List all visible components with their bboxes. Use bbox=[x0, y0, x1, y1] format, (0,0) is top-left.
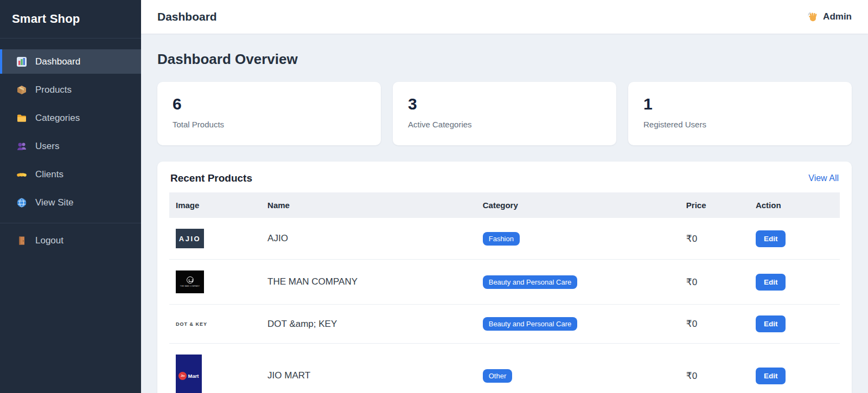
sidebar-item-view-site[interactable]: View Site bbox=[0, 190, 141, 215]
column-header-name: Name bbox=[261, 192, 476, 218]
panel-header: Recent Products View All bbox=[169, 172, 840, 184]
content: Dashboard Overview 6 Total Products 3 Ac… bbox=[141, 34, 868, 393]
sidebar-nav: Dashboard Products Categories bbox=[0, 38, 141, 256]
category-badge: Beauty and Personal Care bbox=[483, 275, 577, 289]
category-badge: Other bbox=[483, 369, 513, 383]
stat-card-active-categories: 3 Active Categories bbox=[393, 82, 616, 145]
column-header-price: Price bbox=[680, 192, 749, 218]
dot-and-key-logo: DOT & KEY bbox=[176, 321, 254, 327]
table-row: THE MAN COMPANY THE MAN COMPANY Beauty a… bbox=[169, 260, 840, 305]
sidebar-item-label: Products bbox=[35, 85, 72, 95]
sidebar-item-label: Logout bbox=[35, 235, 63, 246]
product-name: JIO MART bbox=[267, 370, 310, 381]
table-row: Jio Mart JIO MART Other ₹0 Edit bbox=[169, 344, 840, 393]
ajio-logo: AJIO bbox=[176, 229, 204, 248]
overview-heading: Dashboard Overview bbox=[157, 51, 852, 68]
sidebar-item-clients[interactable]: Clients bbox=[0, 162, 141, 186]
table-row: DOT & KEY DOT &amp; KEY Beauty and Perso… bbox=[169, 305, 840, 344]
sidebar-item-label: Categories bbox=[35, 113, 80, 124]
brand: Smart Shop bbox=[0, 0, 141, 38]
brand-title: Smart Shop bbox=[12, 12, 80, 26]
stat-card-registered-users: 1 Registered Users bbox=[628, 82, 852, 145]
stat-label: Total Products bbox=[173, 120, 366, 129]
product-name: THE MAN COMPANY bbox=[267, 276, 358, 287]
sidebar-divider bbox=[0, 223, 141, 223]
waving-hand-icon bbox=[807, 11, 818, 22]
sidebar-item-label: Clients bbox=[35, 169, 63, 180]
the-man-company-logo: THE MAN COMPANY bbox=[176, 270, 204, 293]
jio-mart-logo: Jio Mart bbox=[176, 355, 202, 393]
recent-products-table: Image Name Category Price Action AJIO AJ… bbox=[169, 192, 840, 393]
sidebar-item-logout[interactable]: Logout bbox=[0, 228, 141, 253]
panel-title: Recent Products bbox=[170, 172, 252, 184]
stat-label: Registered Users bbox=[643, 120, 837, 129]
globe-icon bbox=[16, 197, 27, 208]
product-name: DOT &amp; KEY bbox=[267, 319, 337, 329]
package-icon bbox=[16, 85, 27, 95]
sidebar: Smart Shop Dashboard bbox=[0, 0, 141, 393]
topbar: Dashboard Admin bbox=[141, 0, 868, 34]
stat-cards: 6 Total Products 3 Active Categories 1 R… bbox=[157, 82, 852, 145]
product-price: ₹0 bbox=[686, 277, 697, 287]
admin-label: Admin bbox=[823, 11, 852, 22]
sidebar-item-users[interactable]: Users bbox=[0, 134, 141, 158]
admin-user-menu[interactable]: Admin bbox=[807, 11, 852, 22]
table-header-row: Image Name Category Price Action bbox=[169, 192, 840, 218]
product-price: ₹0 bbox=[686, 234, 697, 244]
edit-button[interactable]: Edit bbox=[756, 274, 786, 291]
stat-label: Active Categories bbox=[408, 120, 601, 129]
handshake-icon bbox=[16, 169, 27, 180]
sidebar-item-categories[interactable]: Categories bbox=[0, 106, 141, 130]
sidebar-item-products[interactable]: Products bbox=[0, 78, 141, 102]
stat-value: 3 bbox=[408, 96, 601, 112]
column-header-image: Image bbox=[169, 192, 261, 218]
category-badge: Beauty and Personal Care bbox=[483, 317, 577, 331]
product-price: ₹0 bbox=[686, 319, 697, 329]
table-row: AJIO AJIO Fashion ₹0 Edit bbox=[169, 218, 840, 260]
page-title: Dashboard bbox=[157, 10, 217, 23]
sidebar-item-label: Dashboard bbox=[35, 56, 80, 67]
folder-icon bbox=[16, 113, 27, 124]
product-name: AJIO bbox=[267, 233, 288, 243]
view-all-link[interactable]: View All bbox=[808, 173, 839, 183]
door-icon bbox=[16, 235, 27, 246]
sidebar-item-label: View Site bbox=[35, 197, 74, 208]
column-header-category: Category bbox=[476, 192, 680, 218]
stat-value: 6 bbox=[173, 96, 366, 112]
column-header-action: Action bbox=[749, 192, 840, 218]
sidebar-item-dashboard[interactable]: Dashboard bbox=[0, 49, 141, 74]
recent-products-panel: Recent Products View All Image Name Cate… bbox=[157, 162, 852, 393]
category-badge: Fashion bbox=[483, 232, 520, 246]
stat-card-total-products: 6 Total Products bbox=[157, 82, 381, 145]
main-area: Dashboard Admin Dashboard Ove bbox=[141, 0, 868, 393]
product-price: ₹0 bbox=[686, 371, 697, 381]
bar-chart-icon bbox=[16, 56, 27, 67]
the-man-company-emblem bbox=[187, 276, 194, 284]
stat-value: 1 bbox=[643, 96, 837, 112]
users-icon bbox=[16, 141, 27, 152]
edit-button[interactable]: Edit bbox=[756, 368, 786, 384]
sidebar-item-label: Users bbox=[35, 141, 59, 152]
edit-button[interactable]: Edit bbox=[756, 315, 786, 332]
edit-button[interactable]: Edit bbox=[756, 230, 786, 247]
